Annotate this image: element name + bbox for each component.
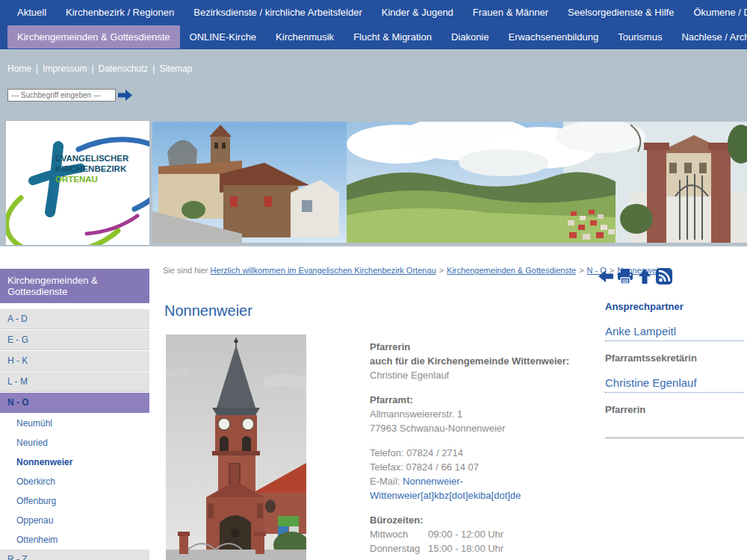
office-hours-day: Donnerstag: [370, 541, 428, 556]
meta-link-home[interactable]: Home: [7, 63, 31, 74]
svg-text:KIRCHENBEZIRK: KIRCHENBEZIRK: [55, 164, 127, 173]
info-line: E-Mail: Nonnenweier-Wittenweier[at]kbz[d…: [370, 474, 594, 503]
info-text-segment: auch für die Kirchengemeinde Wittenweier…: [370, 355, 569, 367]
info-line: Allmannsweiererstr. 1: [370, 407, 594, 421]
contact-aside: Ansprechpartner Anke LampeitlPfarramtsse…: [605, 301, 744, 438]
nav-item-kirchenbezirk-regionen[interactable]: Kirchenbezirk / Regionen: [56, 1, 184, 24]
print-button[interactable]: [616, 268, 634, 287]
info-block: Bürozeiten:Mittwoch09:00 - 12:00 UhrDonn…: [370, 513, 594, 556]
main-navigation: AktuellKirchenbezirk / RegionenBezirksdi…: [0, 0, 747, 49]
meta-separator: |: [91, 63, 93, 74]
sidebar-navigation: Kirchengemeinden & Gottesdienste A - DE …: [0, 269, 149, 560]
scroll-top-button[interactable]: [636, 268, 653, 287]
sidebar-subitem-nonnenweier[interactable]: Nonnenweier: [0, 452, 149, 472]
nav-item-nachlese-archiv[interactable]: Nachlese / Archiv: [672, 25, 747, 49]
info-line: Mittwoch09:00 - 12:00 Uhr: [370, 527, 594, 541]
info-line: Christine Egenlauf: [370, 368, 594, 382]
meta-separator: |: [152, 63, 155, 74]
info-block: Pfarrerinauch für die Kirchengemeinde Wi…: [370, 340, 594, 382]
meta-links: Home|Impressum|Datenschutz|Sitemap: [7, 63, 192, 74]
info-line: Pfarramt:: [370, 393, 594, 407]
nonnenweier-church-image: [166, 335, 306, 560]
search-submit-button[interactable]: [118, 89, 133, 102]
info-text-segment: Telefon: 07824 / 2714: [370, 447, 463, 458]
info-text-segment: Christine Egenlauf: [370, 370, 449, 381]
landscape-collage-image: [152, 122, 747, 243]
nav-item-frauen-männer[interactable]: Frauen & Männer: [463, 1, 558, 24]
meta-link-sitemap[interactable]: Sitemap: [159, 63, 192, 74]
nav-row-secondary: Kirchengemeinden & GottesdiensteONLINE-K…: [0, 25, 747, 49]
breadcrumb-link[interactable]: Kirchengemeinden & Gottesdienste: [447, 266, 576, 275]
svg-text:ORTENAU: ORTENAU: [55, 175, 98, 184]
nav-item-kirchenmusik[interactable]: Kirchenmusik: [266, 25, 344, 49]
info-text-segment: Allmannsweiererstr. 1: [370, 408, 462, 420]
contact-person: Anke LampeitlPfarramtssekretärin: [605, 325, 744, 364]
info-text-segment: Pfarrerin: [370, 341, 410, 352]
meta-link-impressum[interactable]: Impressum: [43, 63, 87, 74]
nav-item-bezirksdienste-kirchliche-arbeitsfelder[interactable]: Bezirksdienste / kirchliche Arbeitsfelde…: [184, 1, 371, 24]
info-line: Telefon: 07824 / 2714: [370, 446, 594, 460]
sidebar-item-r-z[interactable]: R - Z: [0, 550, 149, 560]
back-icon: [598, 268, 614, 284]
breadcrumb-separator: >: [439, 266, 444, 275]
office-hours-time: 09:00 - 12:00 Uhr: [428, 529, 503, 540]
sidebar-subitem-neuried[interactable]: Neuried: [0, 433, 149, 452]
nav-item-kirchengemeinden-gottesdienste[interactable]: Kirchengemeinden & Gottesdienste: [7, 25, 180, 49]
info-block: Pfarramt:Allmannsweiererstr. 177963 Schw…: [370, 393, 594, 435]
header-photo: [152, 122, 747, 243]
meta-bar: Home|Impressum|Datenschutz|Sitemap: [0, 49, 747, 119]
contact-person-link[interactable]: Anke Lampeitl: [605, 325, 744, 341]
header-banner: EVANGELISCHER KIRCHENBEZIRK ORTENAU: [0, 119, 747, 246]
svg-text:EVANGELISCHER: EVANGELISCHER: [55, 154, 129, 163]
aside-heading: Ansprechpartner: [605, 301, 744, 312]
breadcrumb-prefix: Sie sind hier: [163, 266, 208, 275]
print-icon: [616, 268, 634, 284]
nav-item-diakonie[interactable]: Diakonie: [441, 25, 499, 49]
search-input[interactable]: [7, 89, 116, 102]
church-district-logo-icon: EVANGELISCHER KIRCHENBEZIRK ORTENAU: [6, 121, 149, 245]
go-arrow-icon: [118, 89, 133, 102]
rss-icon: [655, 267, 673, 285]
info-block: Telefon: 07824 / 2714Telefax: 07824 / 66…: [370, 446, 594, 503]
sidebar-item-a-d[interactable]: A - D: [0, 309, 149, 329]
info-line: Donnerstag15:00 - 18:00 Uhr: [370, 541, 594, 556]
page-title: Nonnenweier: [164, 302, 252, 320]
office-hours-time: 15:00 - 18:00 Uhr: [428, 543, 503, 554]
sidebar-item-h-k[interactable]: H - K: [0, 351, 149, 371]
nav-item-ökumene-deutsch-französisch[interactable]: Ökumene / Deutsch-Französisch: [684, 1, 747, 24]
sidebar-item-n-o[interactable]: N - O: [0, 393, 149, 413]
sidebar-subitem-ottenheim[interactable]: Ottenheim: [0, 530, 149, 550]
aside-divider: [605, 438, 744, 438]
breadcrumb-link[interactable]: Herzlich willkommen im Evangelischen Kir…: [211, 266, 436, 275]
meta-link-datenschutz[interactable]: Datenschutz: [99, 63, 149, 74]
breadcrumb-separator: >: [579, 266, 583, 275]
sidebar-item-e-g[interactable]: E - G: [0, 330, 149, 350]
nav-item-erwachsenenbildung[interactable]: Erwachsenenbildung: [498, 25, 608, 49]
sidebar-subitem-neumühl[interactable]: Neumühl: [0, 414, 149, 433]
church-photo: [166, 335, 306, 560]
nav-item-online-kirche[interactable]: ONLINE-Kirche: [180, 25, 267, 49]
site-logo[interactable]: EVANGELISCHER KIRCHENBEZIRK ORTENAU: [6, 121, 149, 245]
sidebar-subitem-offenburg[interactable]: Offenburg: [0, 491, 149, 511]
sidebar-item-l-m[interactable]: L - M: [0, 372, 149, 392]
nav-item-tourismus[interactable]: Tourismus: [608, 25, 672, 49]
rss-button[interactable]: [655, 267, 673, 288]
info-text-segment: Bürozeiten:: [370, 514, 424, 526]
sidebar-subitem-oberkirch[interactable]: Oberkirch: [0, 472, 149, 491]
back-button[interactable]: [598, 268, 614, 287]
info-line: Bürozeiten:: [370, 513, 594, 527]
scroll-top-icon: [636, 268, 653, 284]
info-text-segment: 77963 Schwanau-Nonnenweier: [370, 423, 505, 434]
info-line: auch für die Kirchengemeinde Wittenweier…: [370, 354, 594, 368]
nav-row-primary: AktuellKirchenbezirk / RegionenBezirksdi…: [0, 0, 747, 25]
contact-person-link[interactable]: Christine Egenlauf: [605, 376, 744, 393]
contact-person-role: Pfarrerin: [605, 404, 744, 415]
nav-item-aktuell[interactable]: Aktuell: [7, 1, 56, 24]
info-line: Pfarrerin: [370, 340, 594, 354]
sidebar-subitem-oppenau[interactable]: Oppenau: [0, 511, 149, 530]
nav-item-seelsorgedienste-hilfe[interactable]: Seelsorgedienste & Hilfe: [558, 1, 684, 24]
info-line: Telefax: 07824 / 66 14 07: [370, 460, 594, 474]
contact-person: Christine EgenlaufPfarrerin: [605, 376, 744, 415]
nav-item-kinder-jugend[interactable]: Kinder & Jugend: [372, 1, 463, 24]
nav-item-flucht-migration[interactable]: Flucht & Migration: [344, 25, 441, 49]
